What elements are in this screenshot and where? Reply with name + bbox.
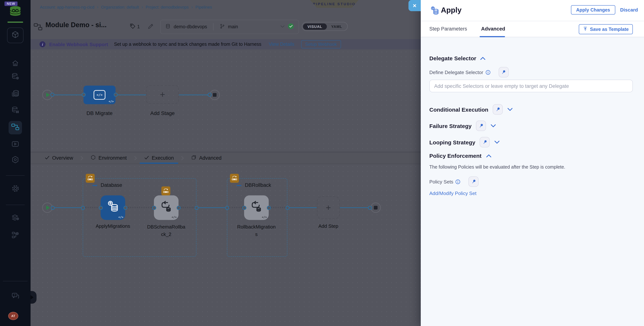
field-label: Define Delegate Selector <box>429 69 483 75</box>
pin-input-button[interactable] <box>498 67 508 77</box>
failure-strategy-section[interactable]: Failure Strategy <box>429 121 496 131</box>
connector-dotted <box>271 207 286 208</box>
add-stage-node[interactable]: + <box>146 85 179 104</box>
chevron-down-icon[interactable] <box>494 140 500 144</box>
branch-name[interactable]: main <box>228 24 238 29</box>
stage-node-db-migrate[interactable]: </> </> <box>84 86 116 104</box>
play-video-icon <box>11 140 20 150</box>
tab-overview[interactable]: Overview <box>45 152 73 164</box>
pipeline-icon <box>11 123 20 133</box>
pipeline-title: Module Demo - si... <box>46 21 124 29</box>
edit-pencil-icon[interactable] <box>148 23 154 31</box>
section-heading: Delegate Selector <box>429 55 476 61</box>
step-group-database[interactable] <box>83 178 196 257</box>
breadcrumb-pipelines[interactable]: Pipelines <box>195 5 212 9</box>
sidebar-item-db-config[interactable] <box>0 72 30 82</box>
delegate-selector-input[interactable] <box>429 80 633 92</box>
step-group-name[interactable]: Database <box>100 182 122 188</box>
add-stage-label[interactable]: Add Stage <box>136 110 188 116</box>
view-details-link[interactable]: View Details <box>269 42 294 47</box>
step-template-icon <box>161 186 170 195</box>
tab-step-parameters[interactable]: Step Parameters <box>429 26 467 32</box>
connector-dotted <box>229 207 244 208</box>
chevron-down-icon[interactable] <box>280 24 285 30</box>
chevron-up-icon[interactable] <box>480 56 486 60</box>
chevron-up-icon[interactable] <box>486 154 492 158</box>
pin-input-button[interactable] <box>469 176 479 187</box>
tab-environment[interactable]: Environment <box>91 152 127 164</box>
avatar[interactable]: AT <box>8 312 18 320</box>
tab-advanced[interactable]: Advanced <box>481 26 505 32</box>
add-modify-policy-set-link[interactable]: Add/Modify Policy Set <box>429 190 476 196</box>
breadcrumb: Account: app-harness-ng-cicd › Organizat… <box>40 4 212 10</box>
policy-enforcement-header[interactable]: Policy Enforcement <box>429 153 492 159</box>
info-icon[interactable] <box>456 179 460 184</box>
step-group-name[interactable]: DBRollback <box>245 182 271 188</box>
code-badge[interactable]: </> <box>262 215 267 219</box>
code-badge[interactable]: </> <box>172 215 177 219</box>
play-icon <box>46 205 50 210</box>
step-node-dbschemarollback[interactable]: </> <box>154 195 178 220</box>
connector-line <box>54 207 83 208</box>
tags-button[interactable]: 1 <box>130 23 140 30</box>
stage-label[interactable]: DB Migrate <box>74 110 126 116</box>
toggle-yaml[interactable]: YAML <box>327 23 346 30</box>
sidebar-item-db-instances[interactable] <box>0 106 30 116</box>
chevron-down-icon[interactable] <box>491 124 496 128</box>
chevron-down-icon[interactable] <box>508 108 513 111</box>
pin-input-button[interactable] <box>480 137 490 147</box>
chevron-right-icon <box>181 155 184 161</box>
drawer-header: Apply Apply Changes Discard <box>421 0 644 21</box>
code-badge[interactable]: </> <box>118 215 123 219</box>
harness-dbdevops-logo[interactable] <box>8 5 23 19</box>
looping-strategy-section[interactable]: Looping Strategy <box>429 137 500 147</box>
pin-icon <box>478 122 485 129</box>
sidebar-item-home[interactable] <box>0 59 30 69</box>
close-drawer-button[interactable]: ✕ <box>408 0 421 11</box>
pin-input-button[interactable] <box>493 104 503 115</box>
save-as-template-label: Save as Template <box>590 27 629 32</box>
screen: NEW <box>0 0 644 326</box>
setup-webhook-button[interactable]: Setup Webhook <box>301 40 341 48</box>
toggle-visual[interactable]: VISUAL <box>303 23 327 30</box>
code-badge[interactable]: </> <box>109 100 114 103</box>
tab-execution[interactable]: Execution <box>144 152 174 164</box>
step-node-applymigrations[interactable]: </> <box>100 195 125 220</box>
delegate-selector-header[interactable]: Delegate Selector <box>429 55 486 61</box>
step-label[interactable]: DBSchemaRollback_2 <box>147 223 186 238</box>
sidebar-item-governance[interactable] <box>0 156 30 165</box>
sidebar-item-executions[interactable] <box>0 140 30 150</box>
sidebar-item-env-management[interactable] <box>0 214 30 224</box>
panel-icon <box>191 155 196 161</box>
sidebar-item-help[interactable]: ? <box>0 292 30 302</box>
sidebar-item-databases[interactable] <box>0 89 30 99</box>
node-port <box>152 206 156 210</box>
node-port <box>114 93 118 97</box>
conditional-execution-section[interactable]: Conditional Execution <box>429 104 513 115</box>
pin-input-button[interactable] <box>476 121 486 131</box>
add-step-node[interactable]: + <box>317 196 340 219</box>
module-cube-button[interactable] <box>7 27 24 43</box>
collapse-group-button[interactable] <box>92 185 97 186</box>
collapse-group-button[interactable] <box>237 185 242 186</box>
info-icon[interactable] <box>486 70 490 75</box>
sidebar-item-pipelines-active[interactable] <box>8 121 22 134</box>
repo-name[interactable]: demo-dbdevops <box>174 24 207 29</box>
save-as-template-button[interactable]: Save as Template <box>579 24 633 34</box>
drawer-tab-bar: Step Parameters Advanced Save as Templat… <box>421 21 644 37</box>
breadcrumb-organization[interactable]: Organization: default <box>101 5 139 9</box>
discard-button[interactable]: Discard <box>620 7 638 13</box>
breadcrumb-project[interactable]: Project: demodbdevops <box>146 5 188 9</box>
apply-changes-button[interactable]: Apply Changes <box>571 5 615 14</box>
connector-line <box>118 95 146 95</box>
step-label[interactable]: ApplyMigrations <box>87 223 139 229</box>
sidebar-item-settings[interactable] <box>0 184 30 194</box>
sidebar-item-org-settings[interactable] <box>0 231 30 241</box>
breadcrumb-account[interactable]: Account: app-harness-ng-cicd <box>40 5 94 9</box>
tab-advanced[interactable]: Advanced <box>191 152 222 164</box>
step-label[interactable]: RollbackMigrations <box>237 223 276 238</box>
policy-sets-row: Policy Sets <box>429 176 479 187</box>
step-node-rollbackmigrations[interactable]: </> <box>244 195 269 220</box>
add-step-label[interactable]: Add Step <box>302 223 354 229</box>
policy-description: The following Policies will be evaluated… <box>429 164 565 170</box>
